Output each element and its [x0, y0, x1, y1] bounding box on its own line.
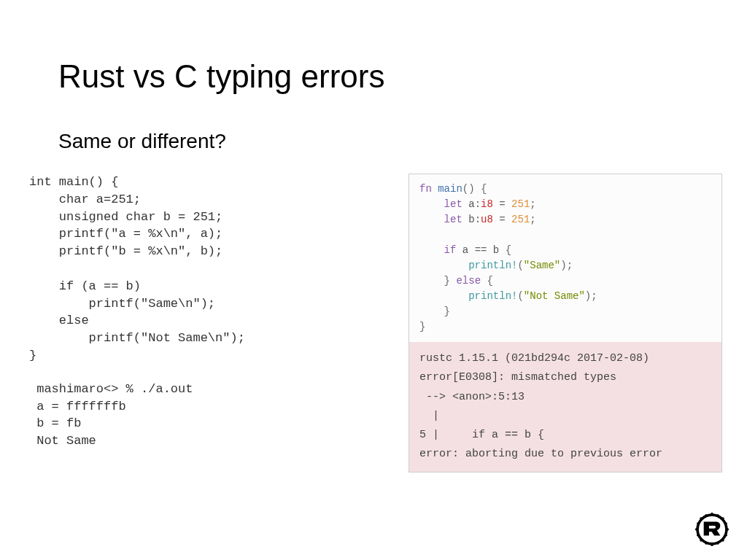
svg-point-8	[721, 539, 724, 542]
c-column: int main() { char a=251; unsigned char b…	[58, 174, 379, 450]
rust-column: fn main() { let a:i8 = 251; let b:u8 = 2…	[409, 174, 722, 472]
svg-point-16	[725, 534, 727, 537]
svg-point-1	[711, 513, 713, 516]
svg-point-11	[705, 542, 707, 545]
rust-editor: fn main() { let a:i8 = 251; let b:u8 = 2…	[409, 174, 722, 472]
svg-point-5	[700, 517, 703, 520]
rust-logo-icon	[694, 512, 729, 547]
c-output-block: mashimaro<> % ./a.out a = fffffffb b = f…	[29, 381, 379, 450]
slide-subtitle: Same or different?	[58, 130, 689, 153]
svg-point-15	[725, 522, 727, 524]
rust-code-block: fn main() { let a:i8 = 251; let b:u8 = 2…	[409, 174, 721, 342]
svg-point-14	[697, 534, 699, 537]
svg-point-13	[697, 522, 699, 524]
c-code-block: int main() { char a=251; unsigned char b…	[29, 174, 379, 365]
slide-title: Rust vs C typing errors	[58, 58, 689, 95]
svg-point-3	[695, 528, 698, 531]
svg-point-4	[726, 528, 729, 531]
svg-point-9	[705, 514, 707, 516]
rust-error-output: rustc 1.15.1 (021bd294c 2017-02-08) erro…	[409, 342, 721, 472]
svg-point-12	[717, 542, 719, 545]
svg-point-7	[700, 539, 703, 542]
svg-point-10	[717, 514, 719, 516]
svg-point-2	[711, 543, 713, 546]
svg-point-6	[721, 517, 724, 520]
content-columns: int main() { char a=251; unsigned char b…	[58, 174, 689, 472]
